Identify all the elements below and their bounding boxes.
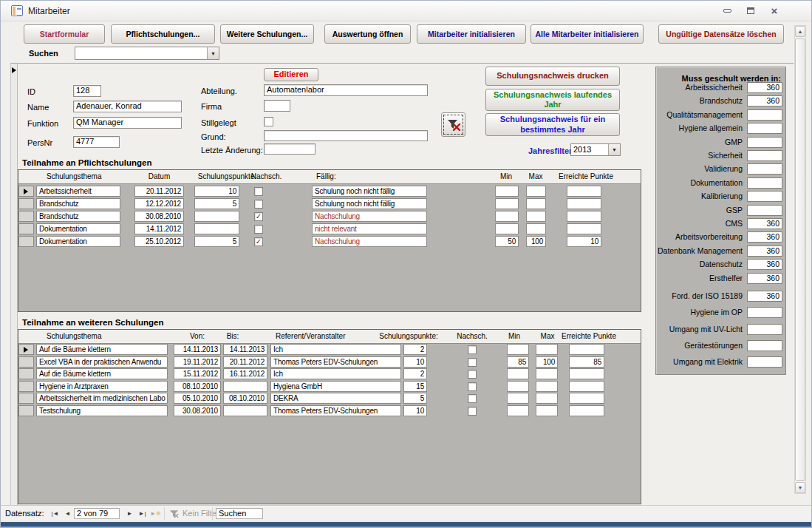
row-selector-cell[interactable]: [18, 368, 34, 379]
table-cell[interactable]: [569, 344, 604, 355]
nachschulung-checkbox[interactable]: [254, 200, 263, 209]
table-cell[interactable]: 10: [567, 236, 601, 247]
training-interval-field[interactable]: [747, 205, 782, 216]
table-cell[interactable]: 25.10.2012: [134, 236, 184, 247]
table-cell[interactable]: [536, 344, 558, 355]
table-cell[interactable]: 50: [495, 236, 519, 247]
search-combobox[interactable]: ▼: [75, 47, 219, 60]
table-cell[interactable]: 20.11.2012: [134, 186, 184, 197]
table-cell[interactable]: 19.11.2012: [174, 356, 221, 368]
training-interval-field[interactable]: [747, 109, 782, 121]
table-cell[interactable]: Nachschulung: [312, 236, 427, 247]
table-cell[interactable]: [507, 393, 529, 404]
table-cell[interactable]: Auf die Bäume klettern: [36, 344, 168, 355]
table-cell[interactable]: [507, 344, 529, 355]
close-button[interactable]: ×: [765, 4, 784, 17]
table-cell[interactable]: Dokumentation: [36, 236, 120, 247]
table-cell[interactable]: [569, 368, 604, 379]
stillgelegt-checkbox[interactable]: [264, 117, 273, 126]
table-cell[interactable]: 85: [507, 356, 529, 368]
table-cell[interactable]: 16.11.2012: [223, 368, 267, 379]
next-record-button[interactable]: ►: [124, 509, 135, 518]
table-cell[interactable]: [223, 381, 267, 392]
table-cell[interactable]: [567, 198, 601, 209]
training-interval-field[interactable]: [747, 123, 782, 134]
record-search-input[interactable]: Suchen: [216, 508, 263, 519]
nachschulung-checkbox[interactable]: [468, 382, 477, 391]
training-interval-field[interactable]: [747, 340, 782, 351]
table-cell[interactable]: 10: [403, 356, 427, 368]
table-cell[interactable]: Nachschulung: [312, 211, 427, 222]
row-selector-cell[interactable]: [18, 186, 34, 197]
table-cell[interactable]: Arbeitssicherheit im medizinischen Labo: [36, 393, 168, 404]
name-field[interactable]: Adenauer, Konrad: [73, 101, 182, 112]
filter-status-label[interactable]: Kein Filter: [182, 509, 219, 518]
vertical-scrollbar[interactable]: ▲ ▼: [794, 25, 806, 494]
table-cell[interactable]: Brandschutz: [36, 211, 120, 222]
scroll-up-button[interactable]: ▲: [795, 26, 805, 37]
nachschulung-checkbox[interactable]: [254, 187, 263, 196]
table-cell[interactable]: [507, 405, 529, 416]
table-cell[interactable]: 2: [403, 368, 427, 379]
table-cell[interactable]: Dokumentation: [36, 223, 120, 234]
first-record-button[interactable]: |◄: [50, 509, 61, 518]
funktion-field[interactable]: QM Manager: [73, 117, 182, 129]
table-cell[interactable]: [495, 223, 519, 234]
table-cell[interactable]: [526, 186, 546, 197]
abteilung-field[interactable]: Automatenlabor: [264, 84, 428, 96]
training-interval-field[interactable]: 360: [747, 273, 782, 284]
training-interval-field[interactable]: [747, 150, 782, 161]
alle-mitarbeiter-init-button[interactable]: Alle Mitarbeiter initialisieren: [530, 24, 644, 44]
auswertung-oeffnen-button[interactable]: Auswertung öffnen: [324, 24, 411, 44]
table-cell[interactable]: Excel VBA in der praktischen Anwendu: [36, 356, 168, 368]
training-interval-field[interactable]: [747, 177, 782, 189]
table-cell[interactable]: [536, 368, 558, 379]
row-selector-cell[interactable]: [18, 344, 34, 355]
grund-field[interactable]: [264, 130, 428, 141]
table-cell[interactable]: Testschulung: [36, 405, 168, 416]
training-interval-field[interactable]: [747, 191, 782, 202]
table-cell[interactable]: Schulung noch nicht fällig: [312, 186, 427, 197]
table-cell[interactable]: [495, 198, 519, 209]
nachschulung-checkbox[interactable]: [468, 407, 477, 416]
training-interval-field[interactable]: [747, 324, 782, 335]
table-cell[interactable]: [223, 405, 267, 416]
row-selector-cell[interactable]: [18, 236, 34, 247]
table-cell[interactable]: Schulung noch nicht fällig: [312, 198, 427, 209]
last-record-button[interactable]: ►|: [137, 509, 148, 518]
id-field[interactable]: 128: [73, 85, 101, 97]
training-interval-field[interactable]: [747, 137, 782, 148]
jahresfilter-value[interactable]: 2013: [571, 144, 608, 155]
jahresfilter-combobox[interactable]: 2013 ▼: [570, 143, 621, 156]
table-cell[interactable]: Thomas Peters EDV-Schulungen: [270, 405, 401, 416]
table-cell[interactable]: Thomas Peters EDV-Schulungen: [270, 356, 401, 368]
training-interval-field[interactable]: 360: [747, 291, 782, 302]
table-cell[interactable]: 05.10.2010: [174, 393, 221, 404]
nachschulung-checkbox[interactable]: ✓: [254, 237, 263, 246]
table-cell[interactable]: Auf die Bäume klettern: [36, 368, 168, 379]
training-interval-field[interactable]: 360: [747, 82, 782, 93]
record-position-box[interactable]: 2 von 79: [74, 508, 120, 519]
table-cell[interactable]: [536, 381, 558, 392]
table-cell[interactable]: 08.10.2010: [223, 393, 267, 404]
nachschulung-checkbox[interactable]: [468, 358, 477, 367]
table-cell[interactable]: [194, 223, 239, 234]
table-cell[interactable]: Arbeitssicherheit: [36, 186, 120, 197]
table-cell[interactable]: [526, 211, 546, 222]
table-cell[interactable]: DEKRA: [270, 393, 401, 404]
table-cell[interactable]: Ich: [270, 344, 401, 355]
table-cell[interactable]: [567, 211, 601, 222]
table-cell[interactable]: [536, 405, 558, 416]
nachschulung-checkbox[interactable]: [468, 370, 477, 379]
table-cell[interactable]: [495, 186, 519, 197]
mitarbeiter-init-button[interactable]: Mitarbeiter initialisieren: [417, 24, 526, 44]
table-cell[interactable]: 30.08.2010: [174, 405, 221, 416]
training-interval-field[interactable]: [747, 356, 782, 368]
table-cell[interactable]: [569, 393, 604, 404]
table-cell[interactable]: 15: [403, 381, 427, 392]
table-cell[interactable]: 20.11.2012: [223, 356, 267, 368]
persnr-field[interactable]: 4777: [73, 136, 120, 148]
training-interval-field[interactable]: 360: [747, 259, 782, 270]
table-cell[interactable]: [536, 393, 558, 404]
table-cell[interactable]: [507, 368, 529, 379]
